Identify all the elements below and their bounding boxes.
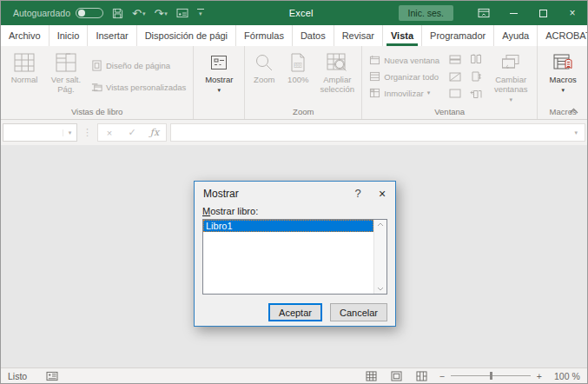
- dialog-titlebar[interactable]: Mostrar ? ×: [195, 182, 395, 205]
- tab-formulas[interactable]: Fórmulas: [236, 25, 293, 46]
- arrange-all-button[interactable]: Organizar todo: [367, 70, 442, 83]
- minimize-icon: [510, 13, 518, 14]
- switch-windows-button[interactable]: Cambiar ventanas ▾: [487, 48, 534, 105]
- listbox-scrollbar[interactable]: [373, 220, 386, 294]
- synchronous-scrolling-button[interactable]: [467, 70, 485, 84]
- collapse-ribbon-button[interactable]: [569, 108, 578, 114]
- cancel-entry-button[interactable]: ×: [98, 128, 121, 138]
- scroll-up-icon[interactable]: [377, 222, 384, 227]
- ribbon-display-options-button[interactable]: [469, 1, 499, 25]
- page-layout-shortcut-icon[interactable]: [391, 371, 402, 381]
- sign-in-button[interactable]: Inic. ses.: [399, 5, 453, 21]
- normal-view-button[interactable]: Normal: [3, 48, 45, 105]
- tab-programador[interactable]: Programador: [422, 25, 494, 46]
- zoom-100-button[interactable]: 100 100%: [282, 48, 314, 105]
- cancel-button[interactable]: Cancelar: [330, 303, 387, 321]
- freeze-panes-dropdown-icon: ▾: [427, 89, 431, 96]
- maximize-button[interactable]: [528, 1, 558, 25]
- macros-button[interactable]: Macros ▾: [540, 48, 585, 105]
- tab-disposicion[interactable]: Disposición de pági: [137, 25, 236, 46]
- ribbon: Normal Ver salt. Pág. Diseño de página V…: [1, 46, 587, 120]
- mostrar-group-button[interactable]: Mostrar ▾: [196, 48, 241, 115]
- autosave-toggle-group[interactable]: Autoguardado: [13, 8, 103, 18]
- group-label-vistas: Vistas de libro: [3, 105, 190, 119]
- redo-button[interactable]: ↷▾: [154, 8, 167, 19]
- ventana-icon-column-2: [466, 48, 486, 105]
- view-side-by-side-button[interactable]: [467, 52, 485, 67]
- hide-window-icon: [449, 72, 461, 82]
- expand-formula-bar-icon[interactable]: ▾: [574, 129, 585, 136]
- accept-button[interactable]: Aceptar: [268, 303, 322, 321]
- tab-acrobat[interactable]: ACROBAT: [538, 25, 588, 46]
- formula-bar-grip[interactable]: ⋮: [81, 127, 94, 138]
- accessibility-checker-icon[interactable]: [46, 371, 58, 381]
- normal-view-label: Normal: [11, 76, 38, 85]
- zoom-to-selection-button[interactable]: Ampliar selección: [315, 48, 359, 105]
- new-window-label: Nueva ventana: [384, 56, 439, 65]
- titlebar-right: Inic. ses. ×: [399, 1, 587, 25]
- workarea: Mostrar ? × Mostrar libro: Libro1: [1, 145, 587, 367]
- quick-access-toolbar: Autoguardado ↶▾ ↷▾ ▾: [1, 8, 204, 19]
- mostrar-dropdown-icon: ▾: [217, 87, 221, 94]
- tab-insertar[interactable]: Insertar: [88, 25, 136, 46]
- dialog-body: Mostrar libro: Libro1: [195, 205, 395, 295]
- split-button[interactable]: [446, 52, 464, 67]
- list-item-libro1[interactable]: Libro1: [203, 220, 373, 232]
- ribbon-display-options-icon: [478, 8, 490, 18]
- zoom-percentage[interactable]: 100 %: [554, 371, 580, 381]
- tab-ayuda[interactable]: Ayuda: [494, 25, 538, 46]
- reset-window-position-button[interactable]: [467, 86, 485, 101]
- page-break-preview-button[interactable]: Ver salt. Pág.: [47, 48, 85, 105]
- group-mostrar: Mostrar ▾: [194, 46, 245, 119]
- freeze-panes-label: Inmovilizar: [384, 89, 423, 98]
- undo-dropdown-icon[interactable]: ▾: [142, 10, 146, 17]
- custom-views-button[interactable]: Vistas personalizadas: [89, 81, 188, 94]
- workbook-listbox[interactable]: Libro1: [202, 219, 387, 295]
- macros-dropdown-icon: ▾: [561, 87, 565, 94]
- tab-revisar[interactable]: Revisar: [334, 25, 383, 46]
- page-layout-button[interactable]: Diseño de página: [89, 59, 188, 72]
- zoom-icon: [254, 53, 274, 72]
- name-box-dropdown-icon[interactable]: ▾: [63, 129, 76, 136]
- scroll-down-icon[interactable]: [377, 287, 384, 291]
- undo-button[interactable]: ↶▾: [132, 8, 145, 19]
- hide-window-button[interactable]: [446, 70, 464, 84]
- touch-mode-button[interactable]: [176, 8, 188, 18]
- enter-entry-button[interactable]: ✓: [121, 127, 143, 138]
- minimize-button[interactable]: [499, 1, 528, 25]
- tab-inicio[interactable]: Inicio: [50, 25, 89, 46]
- switch-windows-dropdown-icon: ▾: [509, 96, 512, 103]
- normal-view-shortcut-icon[interactable]: [366, 371, 377, 381]
- customize-qat-button[interactable]: ▾: [197, 9, 204, 17]
- save-button[interactable]: [112, 8, 123, 19]
- switch-windows-icon: [500, 54, 521, 71]
- name-box[interactable]: ▾: [3, 123, 77, 142]
- close-button[interactable]: ×: [558, 1, 587, 25]
- mostrar-icon: [210, 55, 228, 70]
- redo-dropdown-icon[interactable]: ▾: [164, 10, 168, 17]
- group-vistas-de-libro: Normal Ver salt. Pág. Diseño de página V…: [1, 46, 194, 119]
- tab-vista[interactable]: Vista: [383, 25, 422, 46]
- listbox-items: Libro1: [203, 220, 373, 232]
- tab-datos[interactable]: Datos: [293, 25, 334, 46]
- freeze-panes-icon: [369, 88, 380, 98]
- group-label-mostrar: [196, 115, 241, 119]
- dialog-help-button[interactable]: ?: [347, 187, 369, 200]
- zoom-slider-handle[interactable]: [490, 372, 492, 380]
- zoom-in-button[interactable]: +: [537, 371, 542, 381]
- zoom-button[interactable]: Zoom: [248, 48, 281, 105]
- macros-label: Macros: [550, 76, 577, 85]
- formula-input[interactable]: ▾: [170, 123, 585, 142]
- dialog-close-button[interactable]: ×: [369, 187, 395, 201]
- page-layout-icon: [91, 60, 102, 71]
- tab-archivo[interactable]: Archivo: [1, 25, 50, 46]
- page-break-shortcut-icon[interactable]: [416, 371, 427, 381]
- unhide-window-button[interactable]: [446, 86, 464, 101]
- svg-text:100: 100: [294, 63, 302, 68]
- new-window-button[interactable]: Nueva ventana: [367, 54, 442, 66]
- insert-function-button[interactable]: ƒx: [143, 127, 166, 138]
- zoom-out-button[interactable]: −: [439, 371, 445, 381]
- freeze-panes-button[interactable]: Inmovilizar ▾: [367, 87, 442, 99]
- autosave-toggle[interactable]: [76, 8, 103, 18]
- zoom-slider[interactable]: [451, 371, 531, 381]
